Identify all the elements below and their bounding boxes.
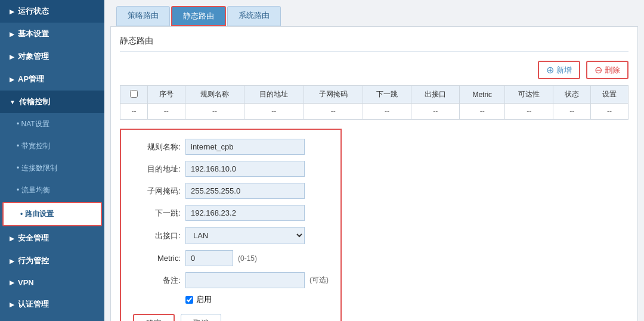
sidebar-item-basic-settings[interactable]: ▶ 基本设置 (0, 23, 104, 45)
rule-name-label: 规则名称: (133, 142, 181, 152)
sidebar-item-security-management[interactable]: ▶ 安全管理 (0, 227, 104, 250)
out-iface-label: 出接口: (133, 230, 181, 241)
col-reachability: 可达性 (505, 86, 553, 104)
col-out-iface: 出接口 (411, 86, 460, 104)
page-title: 静态路由 (120, 36, 628, 52)
sidebar-item-object-management[interactable]: ▶ 对象管理 (0, 45, 104, 68)
subnet-mask-label: 子网掩码: (133, 186, 181, 197)
subnet-mask-input[interactable] (185, 183, 305, 199)
delete-button[interactable]: ⊖ 删除 (586, 61, 628, 79)
metric-input[interactable] (185, 250, 233, 266)
sidebar-item-connection-limit[interactable]: • 连接数限制 (0, 157, 104, 179)
arrow-icon: ▶ (10, 31, 14, 38)
col-rule-name: 规则名称 (185, 86, 244, 104)
sidebar-item-bandwidth-control[interactable]: • 带宽控制 (0, 135, 104, 157)
sidebar-item-auth-management[interactable]: ▶ 认证管理 (0, 293, 104, 316)
form-row-subnet-mask: 子网掩码: (133, 183, 329, 199)
static-route-table: 序号 规则名称 目的地址 子网掩码 下一跳 出接口 Metric 可达性 状态 … (120, 85, 628, 120)
arrow-icon: ▶ (10, 76, 14, 83)
sidebar-item-runtime-status[interactable]: ▶ 运行状态 (0, 0, 104, 23)
tab-policy-route[interactable]: 策略路由 (116, 6, 170, 26)
rule-name-input[interactable] (185, 139, 305, 155)
form-row-metric: Metric: (0-15) (133, 250, 329, 266)
col-metric: Metric (460, 86, 505, 104)
sidebar-item-nat-settings[interactable]: • NAT设置 (0, 113, 104, 135)
sidebar-item-behavior-management[interactable]: ▶ 行为管控 (0, 250, 104, 272)
dest-addr-input[interactable] (185, 161, 305, 177)
plus-icon: ⊕ (546, 64, 554, 76)
sidebar-item-ap-management[interactable]: ▶ AP管理 (0, 68, 104, 91)
arrow-icon: ▶ (10, 235, 14, 242)
minus-icon: ⊖ (595, 64, 602, 76)
col-checkbox (120, 86, 148, 104)
sidebar-item-traffic-balance[interactable]: • 流量均衡 (0, 179, 104, 201)
note-hint: (可选) (309, 275, 329, 285)
cancel-button[interactable]: 取消 (181, 314, 221, 321)
route-form: 规则名称: 目的地址: 子网掩码: 下一跳: 出接口: LAN WAN (120, 129, 342, 321)
confirm-button[interactable]: 确定 (133, 314, 175, 321)
col-seq: 序号 (147, 86, 185, 104)
sidebar: ▶ 运行状态 ▶ 基本设置 ▶ 对象管理 ▶ AP管理 ▼ 传输控制 • NAT… (0, 0, 104, 321)
table-row: -- -- -- -- -- -- -- -- -- -- -- (120, 104, 628, 120)
note-label: 备注: (133, 275, 181, 286)
metric-hint: (0-15) (238, 254, 257, 263)
tab-bar: 策略路由 静态路由 系统路由 (104, 0, 644, 26)
form-row-note: 备注: (可选) (133, 272, 329, 288)
col-next-hop: 下一跳 (363, 86, 411, 104)
form-buttons: 确定 取消 (133, 314, 329, 321)
out-iface-select[interactable]: LAN WAN (185, 227, 305, 244)
sidebar-item-route-settings[interactable]: • 路由设置 (2, 202, 102, 226)
dest-addr-label: 目的地址: (133, 164, 181, 174)
col-dest-addr: 目的地址 (244, 86, 304, 104)
arrow-icon: ▶ (10, 8, 14, 15)
col-status: 状态 (553, 86, 591, 104)
next-hop-input[interactable] (185, 205, 305, 221)
enable-label: 启用 (196, 294, 212, 305)
sidebar-item-vpn[interactable]: ▶ VPN (0, 272, 104, 293)
sidebar-item-transmission-control[interactable]: ▼ 传输控制 (0, 91, 104, 113)
note-input[interactable] (185, 272, 305, 288)
form-row-rule-name: 规则名称: (133, 139, 329, 155)
metric-label: Metric: (133, 254, 181, 263)
col-subnet-mask: 子网掩码 (304, 86, 363, 104)
main-content: 策略路由 静态路由 系统路由 静态路由 ⊕ 新增 ⊖ 删除 (104, 0, 644, 321)
form-row-dest-addr: 目的地址: (133, 161, 329, 177)
next-hop-label: 下一跳: (133, 208, 181, 219)
select-all-checkbox[interactable] (130, 90, 138, 98)
page-area: 静态路由 ⊕ 新增 ⊖ 删除 序号 规则名称 目的地址 子网掩码 (110, 26, 638, 321)
tab-static-route[interactable]: 静态路由 (171, 6, 226, 26)
form-row-next-hop: 下一跳: (133, 205, 329, 221)
enable-checkbox[interactable] (185, 296, 193, 304)
arrow-icon: ▶ (10, 258, 14, 264)
arrow-icon: ▶ (10, 279, 14, 286)
arrow-icon: ▶ (10, 301, 14, 308)
toolbar: ⊕ 新增 ⊖ 删除 (120, 61, 628, 79)
arrow-icon: ▶ (10, 54, 14, 60)
tab-system-route[interactable]: 系统路由 (227, 6, 281, 26)
add-button[interactable]: ⊕ 新增 (538, 61, 580, 79)
form-row-out-iface: 出接口: LAN WAN (133, 227, 329, 244)
enable-checkbox-row: 启用 (185, 294, 329, 305)
col-settings: 设置 (591, 86, 628, 104)
arrow-icon: ▼ (10, 99, 16, 105)
sidebar-item-system-service[interactable]: ▶ 系统服务 (0, 316, 104, 321)
